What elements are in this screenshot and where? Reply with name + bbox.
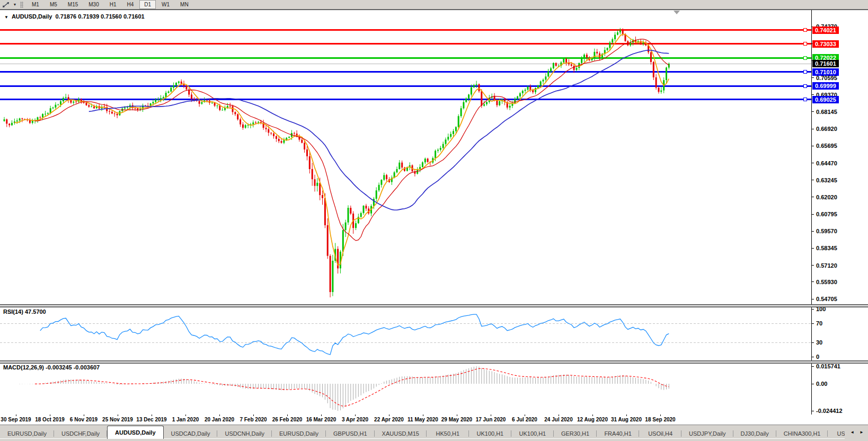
chart-tab-usdcad-daily[interactable]: USDCAD,Daily [164, 428, 218, 439]
timeframe-button-h4[interactable]: H4 [122, 0, 139, 9]
timeframe-button-h1[interactable]: H1 [105, 0, 121, 9]
price-tick-label: 0.55930 [812, 279, 837, 285]
date-tick [660, 414, 661, 416]
price-level-badge: 0.73033 [812, 40, 839, 48]
macd-name: MACD(12,26,9) [3, 364, 44, 371]
date-tick [423, 414, 423, 416]
chart-tab-xauusd-m15[interactable]: XAUUSD,M15 [375, 428, 427, 439]
date-tick [50, 414, 50, 416]
chart-tab-fra40-h1[interactable]: FRA40,H1 [597, 428, 639, 439]
timeframe-button-w1[interactable]: W1 [157, 0, 174, 9]
chart-tab-dj30-daily[interactable]: DJ30,Daily [733, 428, 776, 439]
chart-tab-uk100-h1[interactable]: UK100,H1 [511, 428, 554, 439]
timeframe-button-m1[interactable]: M1 [27, 0, 44, 9]
date-tick [185, 414, 186, 416]
date-tick [152, 414, 152, 416]
chart-title: ▼AUDUSD,Daily 0.71876 0.71939 0.71560 0.… [4, 13, 145, 20]
date-tick [626, 414, 627, 416]
macd-tick-label: 0.015741 [812, 363, 840, 369]
date-label: 11 May 2020 [408, 417, 438, 422]
chart-tab-eurusd-daily[interactable]: EURUSD,Daily [272, 428, 326, 439]
date-label: 16 Mar 2020 [306, 417, 336, 422]
rsi-tick-label: 30 [812, 339, 822, 346]
macd-indicator-label: MACD(12,26,9) -0.003245 -0.003607 [3, 364, 100, 371]
symbol-dropdown-icon[interactable]: ▼ [4, 15, 8, 20]
chart-tab-usdjpy-daily[interactable]: USDJPY,Daily [681, 428, 733, 439]
date-label: 1 Jan 2020 [172, 417, 199, 422]
timeframe-button-m5[interactable]: M5 [45, 0, 62, 9]
chart-ohlc-values: 0.71876 0.71939 0.71560 0.71601 [55, 13, 144, 20]
date-label: 24 Jul 2020 [544, 417, 572, 422]
chart-window[interactable]: ▼AUDUSD,Daily 0.71876 0.71939 0.71560 0.… [0, 10, 868, 415]
price-level-badge: 0.69025 [812, 96, 839, 103]
timeframe-button-m30[interactable]: M30 [84, 0, 103, 9]
tab-scroll-right-icon[interactable]: ► [860, 430, 864, 435]
price-tick-label: 0.62020 [812, 194, 837, 200]
date-label: 18 Sep 2020 [645, 417, 675, 422]
price-level-badge: 0.71601 [812, 60, 839, 67]
date-label: 7 Feb 2020 [240, 417, 267, 422]
date-tick [219, 414, 220, 416]
chart-tab-ger30-h1[interactable]: GER30,H1 [554, 428, 597, 439]
chart-tab-gbpusd-h1[interactable]: GBPUSD,H1 [326, 428, 375, 439]
chart-tab-usdcnh-daily[interactable]: USDCNH,Daily [217, 428, 272, 439]
date-label: 13 Dec 2019 [136, 417, 166, 422]
timeframes-toolbar: ▼ M1M5M15M30H1H4D1W1MN [0, 0, 868, 10]
chart-tab-china300-h1[interactable]: CHINA300,H1 [776, 428, 828, 439]
date-label: 26 Feb 2020 [272, 417, 303, 422]
tab-scroll-left-icon[interactable]: ◄ [850, 430, 854, 435]
price-tick-label: 0.59570 [812, 228, 837, 234]
tab-scroll-arrows: ◄ ► [845, 426, 868, 439]
date-label: 30 Sep 2019 [1, 417, 31, 422]
chevron-down-icon[interactable]: ▼ [12, 3, 18, 6]
date-label: 6 Nov 2019 [70, 417, 98, 422]
price-tick-label: 0.54705 [812, 296, 837, 302]
date-tick [525, 414, 525, 416]
date-tick [253, 414, 254, 416]
time-scale[interactable]: 30 Sep 201918 Oct 20196 Nov 201925 Nov 2… [0, 414, 868, 425]
chart-shift-marker [674, 11, 680, 14]
price-tick-label: 0.65695 [812, 143, 837, 149]
toolbar-grip[interactable] [20, 2, 23, 8]
price-level-badge: 0.74021 [812, 27, 839, 34]
timeframe-button-m15[interactable]: M15 [63, 0, 83, 9]
date-label: 29 May 2020 [441, 417, 472, 422]
price-level-badge: 0.71010 [812, 68, 839, 76]
date-tick [321, 414, 322, 416]
chart-tab-bar: ◄ ► EURUSD,DailyUSDCHF,DailyAUDUSD,Daily… [0, 425, 868, 439]
price-tick-label: 0.64470 [812, 160, 837, 166]
chart-tab-uk100-h1[interactable]: UK100,H1 [469, 428, 511, 439]
timeframe-button-mn[interactable]: MN [175, 0, 193, 9]
price-tick-label: 0.60795 [812, 211, 837, 217]
date-label: 3 Apr 2020 [342, 417, 368, 422]
chart-symbol: AUDUSD,Daily [12, 13, 52, 20]
price-tick-label: 0.57120 [812, 262, 837, 269]
date-tick [287, 414, 288, 416]
rsi-name: RSI(14) [3, 308, 23, 315]
timeframe-button-d1[interactable]: D1 [139, 0, 156, 9]
chart-tab-usoil-h4[interactable]: USOil,H4 [639, 428, 681, 439]
chart-tab-usdchf-daily[interactable]: USDCHF,Daily [54, 428, 107, 439]
macd-tick-label: 0.00 [812, 381, 827, 387]
rsi-current-value: 47.5700 [25, 308, 46, 315]
rsi-tick-label: 70 [812, 320, 822, 327]
rsi-indicator-label: RSI(14) 47.5700 [3, 308, 46, 315]
date-label: 6 Jul 2020 [512, 417, 537, 422]
chart-tab-audusd-daily[interactable]: AUDUSD,Daily [107, 426, 163, 439]
macd-window-splitter[interactable] [0, 360, 868, 364]
price-tick-label: 0.68145 [812, 109, 837, 115]
rsi-window-splitter[interactable] [0, 304, 868, 307]
chart-tool-icon[interactable] [0, 1, 12, 8]
date-label: 17 Jun 2020 [476, 417, 506, 422]
date-tick [389, 414, 389, 416]
price-chart-canvas[interactable] [0, 10, 811, 414]
chart-tab-hk50-h1[interactable]: HK50,H1 [427, 428, 469, 439]
price-scale[interactable]: 0.742700.730450.718200.705950.693700.681… [811, 10, 868, 414]
chart-tab-eurusd-daily[interactable]: EURUSD,Daily [0, 428, 54, 439]
macd-tick-label: -0.024412 [812, 408, 843, 414]
price-level-badge: 0.69999 [812, 82, 839, 90]
date-label: 25 Nov 2019 [102, 417, 133, 422]
date-label: 20 Jan 2020 [205, 417, 234, 422]
date-tick [355, 414, 356, 416]
date-label: 22 Apr 2020 [374, 417, 404, 422]
